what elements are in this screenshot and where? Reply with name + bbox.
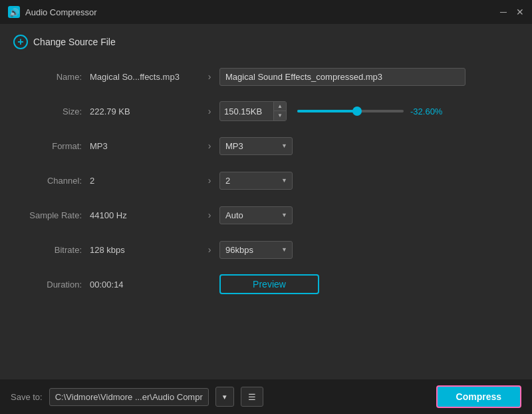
name-arrow: › — [200, 71, 219, 82]
format-label: Format: — [13, 141, 90, 151]
format-row: Format: MP3 › MP3 AAC WAV FLAC OGG — [13, 134, 519, 157]
save-path-input[interactable] — [49, 388, 209, 406]
sample-rate-dropdown[interactable]: Auto 8000 16000 22050 44100 48000 — [219, 206, 293, 224]
size-slider-thumb[interactable] — [352, 106, 362, 116]
title-bar: 🔊 Audio Compressor ─ ✕ — [0, 0, 532, 24]
change-source-button[interactable]: + Change Source File — [13, 35, 519, 49]
channel-dropdown-wrap: 1 2 — [219, 172, 293, 190]
size-row: Size: 222.79 KB › ▲ ▼ -32.60% — [13, 100, 519, 122]
bitrate-dropdown[interactable]: 32kbps 64kbps 96kbps 128kbps 192kbps 256… — [219, 241, 293, 259]
size-slider-percent: -32.60% — [410, 106, 450, 116]
sample-rate-row: Sample Rate: 44100 Hz › Auto 8000 16000 … — [13, 204, 519, 226]
title-bar-controls: ─ ✕ — [500, 7, 524, 17]
app-icon: 🔊 — [8, 6, 20, 18]
channel-arrow: › — [200, 175, 219, 186]
size-slider-fill — [297, 110, 357, 112]
size-source-value: 222.79 KB — [90, 106, 200, 116]
size-slider-track[interactable] — [297, 110, 404, 112]
add-icon: + — [13, 35, 28, 49]
bitrate-target: 32kbps 64kbps 96kbps 128kbps 192kbps 256… — [219, 241, 519, 259]
browse-button[interactable]: ☰ — [241, 387, 263, 407]
format-source-value: MP3 — [90, 141, 200, 151]
size-spin-up[interactable]: ▲ — [274, 102, 286, 111]
name-target — [219, 68, 519, 86]
preview-button[interactable]: Preview — [219, 274, 319, 294]
size-arrow: › — [200, 106, 219, 116]
size-target: ▲ ▼ -32.60% — [219, 101, 519, 121]
name-label: Name: — [13, 72, 90, 82]
main-content: + Change Source File Name: Magical So...… — [0, 24, 532, 379]
sample-rate-dropdown-wrap: Auto 8000 16000 22050 44100 48000 — [219, 206, 293, 224]
title-text: Audio Compressor — [25, 7, 97, 17]
format-dropdown-wrap: MP3 AAC WAV FLAC OGG — [219, 137, 293, 155]
duration-source-value: 00:00:14 — [90, 280, 200, 290]
bitrate-source-value: 128 kbps — [90, 245, 200, 255]
format-arrow: › — [200, 140, 219, 151]
channel-label: Channel: — [13, 176, 90, 186]
sample-rate-target: Auto 8000 16000 22050 44100 48000 — [219, 206, 519, 224]
sample-rate-source-value: 44100 Hz — [90, 210, 200, 220]
channel-target: 1 2 — [219, 172, 519, 190]
format-target: MP3 AAC WAV FLAC OGG — [219, 137, 519, 155]
save-path-dropdown-button[interactable]: ▼ — [215, 387, 234, 407]
size-spinner: ▲ ▼ — [273, 102, 286, 120]
bottom-bar: Save to: ▼ ☰ Compress — [0, 379, 532, 414]
name-input[interactable] — [219, 68, 466, 86]
bitrate-row: Bitrate: 128 kbps › 32kbps 64kbps 96kbps… — [13, 238, 519, 261]
close-button[interactable]: ✕ — [516, 7, 524, 17]
name-row: Name: Magical So...ffects.mp3 › — [13, 65, 519, 88]
size-input[interactable] — [220, 103, 273, 120]
minimize-button[interactable]: ─ — [500, 7, 507, 17]
size-slider-wrap: -32.60% — [297, 106, 450, 116]
size-input-wrap: ▲ ▼ — [219, 101, 287, 121]
sample-rate-arrow: › — [200, 210, 219, 220]
change-source-label: Change Source File — [33, 37, 116, 47]
svg-text:🔊: 🔊 — [9, 7, 19, 17]
sample-rate-label: Sample Rate: — [13, 210, 90, 220]
format-dropdown[interactable]: MP3 AAC WAV FLAC OGG — [219, 137, 293, 155]
size-label: Size: — [13, 106, 90, 116]
compress-button[interactable]: Compress — [436, 385, 521, 408]
duration-label: Duration: — [13, 280, 90, 290]
channel-dropdown[interactable]: 1 2 — [219, 172, 293, 190]
channel-source-value: 2 — [90, 176, 200, 186]
channel-row: Channel: 2 › 1 2 — [13, 169, 519, 192]
bitrate-label: Bitrate: — [13, 245, 90, 255]
duration-row: Duration: 00:00:14 › Preview — [13, 273, 519, 296]
title-bar-left: 🔊 Audio Compressor — [8, 6, 97, 18]
duration-target: Preview — [219, 274, 519, 294]
name-source-value: Magical So...ffects.mp3 — [90, 72, 200, 82]
bitrate-dropdown-wrap: 32kbps 64kbps 96kbps 128kbps 192kbps 256… — [219, 241, 293, 259]
size-spin-down[interactable]: ▼ — [274, 111, 286, 120]
bitrate-arrow: › — [200, 244, 219, 255]
save-to-label: Save to: — [11, 392, 43, 402]
